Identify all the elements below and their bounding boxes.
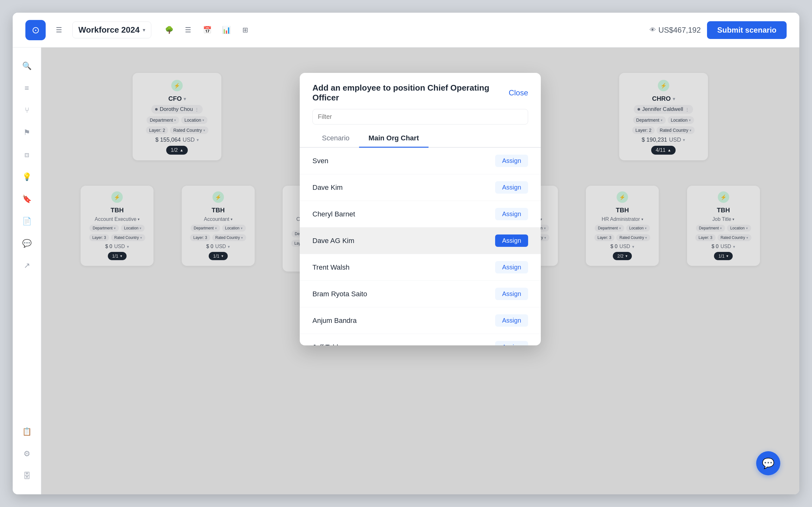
- sidebar: 🔍 ≡ ⑂ ⚑ ⧈ 💡 🔖 📄 💬 ↗ 📋 ⚙ 🗄: [13, 48, 41, 494]
- workspace-name: Workforce 2024: [78, 25, 140, 35]
- chat-fab-icon: 💬: [762, 457, 774, 469]
- sidebar-lightbulb-icon[interactable]: 💡: [18, 168, 36, 186]
- hamburger-button[interactable]: ☰: [52, 23, 66, 37]
- employee-name-0: Sven: [312, 157, 328, 165]
- canvas-area: ⚡ CFO ▾ Dorothy Chou ⋮: [41, 48, 799, 494]
- assign-button-5[interactable]: Assign: [495, 288, 528, 300]
- sidebar-layers-icon[interactable]: ⧈: [18, 146, 36, 164]
- modal-list-item-0[interactable]: Sven Assign: [300, 148, 541, 174]
- logo-icon: ⊙: [32, 24, 40, 36]
- logo-button[interactable]: ⊙: [26, 20, 46, 40]
- sidebar-share-icon[interactable]: ↗: [18, 257, 36, 274]
- cost-value: US$467,192: [658, 26, 701, 35]
- toolbar-list-button[interactable]: ☰: [180, 22, 196, 38]
- modal-tabs: Scenario Main Org Chart: [300, 130, 541, 148]
- employee-name-5: Bram Ryota Saito: [312, 290, 367, 298]
- main-content: 🔍 ≡ ⑂ ⚑ ⧈ 💡 🔖 📄 💬 ↗ 📋 ⚙ 🗄: [13, 48, 799, 494]
- sidebar-branch-icon[interactable]: ⑂: [18, 101, 36, 119]
- sidebar-filter-icon[interactable]: ≡: [18, 79, 36, 97]
- top-bar: ⊙ ☰ Workforce 2024 ▾ 🌳 ☰ 📅 📊 ⊞ 👁 US$467,…: [13, 13, 799, 48]
- sidebar-settings-icon[interactable]: ⚙: [18, 445, 36, 463]
- chat-fab-button[interactable]: 💬: [756, 451, 780, 475]
- employee-name-2: Cheryl Barnet: [312, 210, 355, 218]
- tab-main-org-chart[interactable]: Main Org Chart: [359, 130, 428, 148]
- modal-list-item-1[interactable]: Dave Kim Assign: [300, 174, 541, 201]
- modal-list-item-7[interactable]: Jeff Tobler Assign: [300, 334, 541, 345]
- sidebar-search-icon[interactable]: 🔍: [18, 57, 36, 75]
- employee-name-3: Dave AG Kim: [312, 237, 354, 245]
- assign-button-6[interactable]: Assign: [495, 314, 528, 327]
- workspace-chevron-icon: ▾: [143, 27, 145, 33]
- toolbar-calendar-button[interactable]: 📅: [199, 22, 215, 38]
- toolbar-chart-button[interactable]: 📊: [218, 22, 235, 38]
- employee-name-4: Trent Walsh: [312, 263, 350, 272]
- sidebar-chat-icon[interactable]: 💬: [18, 234, 36, 252]
- sidebar-database-icon[interactable]: 🗄: [18, 467, 36, 485]
- close-modal-button[interactable]: Close: [509, 89, 528, 97]
- toolbar-icons: 🌳 ☰ 📅 📊 ⊞: [161, 22, 253, 38]
- toolbar-grid-button[interactable]: ⊞: [237, 22, 253, 38]
- employee-assign-modal: Add an employee to position Chief Operat…: [300, 73, 541, 345]
- modal-list-item-2[interactable]: Cheryl Barnet Assign: [300, 201, 541, 228]
- assign-button-7[interactable]: Assign: [495, 341, 528, 345]
- sidebar-clipboard-icon[interactable]: 📋: [18, 423, 36, 441]
- sidebar-file-icon[interactable]: 📄: [18, 212, 36, 230]
- eye-icon: 👁: [650, 26, 656, 34]
- assign-button-1[interactable]: Assign: [495, 181, 528, 193]
- modal-list-item-3[interactable]: Dave AG Kim Assign: [300, 228, 541, 254]
- employee-name-7: Jeff Tobler: [312, 343, 345, 346]
- assign-button-0[interactable]: Assign: [495, 155, 528, 167]
- modal-employee-list: Sven Assign Dave Kim Assign Cheryl Barne…: [300, 148, 541, 345]
- submit-scenario-button[interactable]: Submit scenario: [707, 21, 786, 39]
- menu-icon: ☰: [56, 26, 62, 34]
- modal-list-item-4[interactable]: Trent Walsh Assign: [300, 254, 541, 281]
- modal-overlay: Add an employee to position Chief Operat…: [41, 48, 799, 494]
- assign-button-3[interactable]: Assign: [495, 234, 528, 247]
- top-bar-right: 👁 US$467,192 Submit scenario: [650, 21, 786, 39]
- employee-name-1: Dave Kim: [312, 183, 343, 192]
- assign-button-4[interactable]: Assign: [495, 261, 528, 274]
- sidebar-flag-icon[interactable]: ⚑: [18, 124, 36, 141]
- modal-list-item-6[interactable]: Anjum Bandra Assign: [300, 307, 541, 334]
- tab-scenario[interactable]: Scenario: [312, 130, 359, 148]
- modal-header: Add an employee to position Chief Operat…: [300, 73, 541, 109]
- modal-title: Add an employee to position Chief Operat…: [312, 83, 509, 103]
- toolbar-orgchart-button[interactable]: 🌳: [161, 22, 177, 38]
- modal-list-item-5[interactable]: Bram Ryota Saito Assign: [300, 281, 541, 307]
- modal-filter-area: [300, 109, 541, 130]
- filter-input[interactable]: [312, 109, 528, 124]
- workspace-selector[interactable]: Workforce 2024 ▾: [72, 21, 151, 38]
- sidebar-bookmark-icon[interactable]: 🔖: [18, 190, 36, 208]
- cost-display: 👁 US$467,192: [650, 26, 701, 35]
- employee-name-6: Anjum Bandra: [312, 317, 357, 325]
- assign-button-2[interactable]: Assign: [495, 208, 528, 220]
